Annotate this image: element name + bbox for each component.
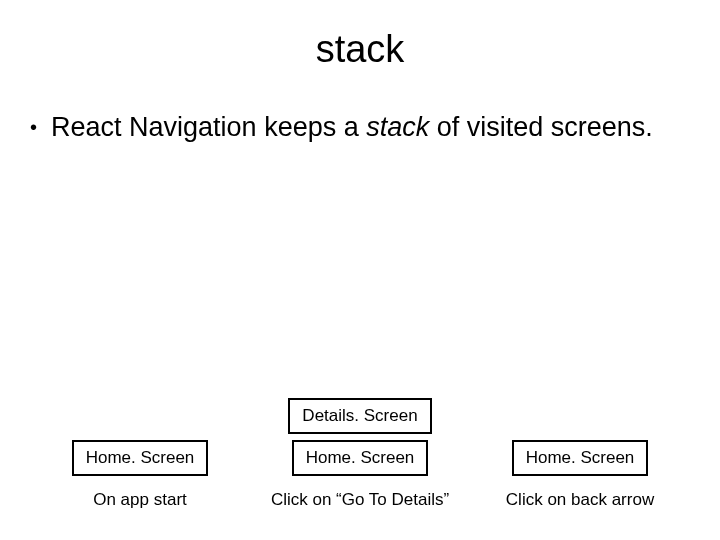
bullet-suffix: of visited screens.	[429, 112, 653, 142]
screen-block: Details. Screen	[288, 398, 431, 434]
stack-group: Details. Screen Home. Screen	[288, 398, 431, 476]
bullet-emph: stack	[366, 112, 429, 142]
bullet-text: React Navigation keeps a stack of visite…	[51, 111, 653, 145]
screen-block: Home. Screen	[512, 440, 649, 476]
slide-title: stack	[0, 0, 720, 91]
bullet-prefix: React Navigation keeps a	[51, 112, 366, 142]
caption: Click on back arrow	[506, 490, 654, 510]
screen-block: Home. Screen	[292, 440, 429, 476]
screen-block: Home. Screen	[72, 440, 209, 476]
diagram-column: Details. Screen Home. Screen Click on “G…	[260, 398, 460, 510]
stack-diagram: Home. Screen On app start Details. Scree…	[0, 398, 720, 510]
diagram-column: Home. Screen Click on back arrow	[480, 440, 680, 510]
bullet-item: • React Navigation keeps a stack of visi…	[0, 91, 720, 145]
caption: On app start	[93, 490, 187, 510]
stack-group: Home. Screen	[72, 440, 209, 476]
bullet-dot: •	[30, 111, 51, 140]
caption: Click on “Go To Details”	[271, 490, 449, 510]
stack-group: Home. Screen	[512, 440, 649, 476]
diagram-column: Home. Screen On app start	[40, 440, 240, 510]
